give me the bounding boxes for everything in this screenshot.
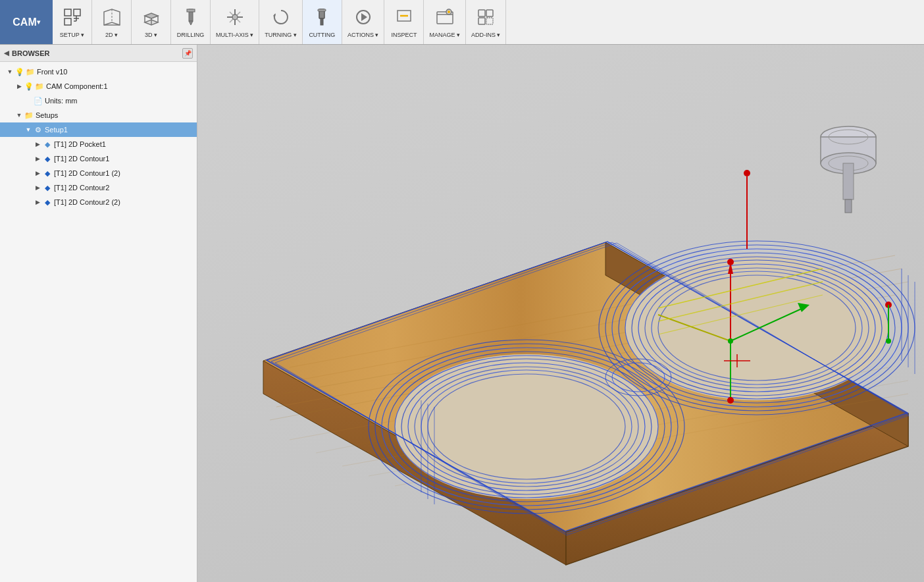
diamond-icon-c1: ◆ [42, 153, 53, 164]
svg-rect-5 [187, 9, 195, 12]
drilling-label: DRILLING [177, 32, 205, 38]
doc-icon: 📄 [33, 95, 43, 106]
3d-icon [141, 7, 162, 30]
tree-toggle-contour1[interactable]: ▶ [33, 155, 42, 162]
tree-item-setups[interactable]: ▼ 📁 Setups [0, 108, 197, 122]
3d-label: 3D [145, 32, 157, 38]
cam-menu-button[interactable]: CAM [0, 0, 53, 44]
toolbar-multiaxis[interactable]: MULTI-AXIS [211, 0, 259, 44]
bulb-icon: 💡 [14, 66, 25, 77]
tree-toggle-setups[interactable]: ▼ [14, 112, 24, 119]
svg-point-67 [727, 259, 734, 265]
browser-title-text: BROWSER [12, 49, 49, 57]
viewport[interactable] [197, 45, 924, 582]
multiaxis-label: MULTI-AXIS [216, 32, 253, 38]
svg-rect-91 [843, 163, 854, 199]
addins-icon [475, 7, 496, 30]
toolbar-inspect[interactable]: INSPECT [384, 0, 424, 44]
tree-item-contour2[interactable]: ▶ ◆ [T1] 2D Contour2 [0, 180, 197, 195]
tree-label-units: Units: mm [45, 97, 78, 105]
multiaxis-icon [224, 7, 245, 30]
svg-rect-17 [486, 10, 493, 16]
gear-icon: ⚙ [33, 124, 43, 135]
cutting-icon [311, 7, 332, 30]
tree-label-front: Front v10 [37, 68, 67, 76]
tree-toggle-contour2-2[interactable]: ▶ [33, 199, 42, 205]
browser-header: ◀ BROWSER 📌 [0, 45, 197, 62]
folder-icon: 📁 [25, 66, 36, 77]
toolbar-2d[interactable]: 2D [92, 0, 132, 44]
tree-item-pocket1[interactable]: ▶ ◆ [T1] 2D Pocket1 [0, 137, 197, 151]
tree-label-setups: Setups [36, 111, 58, 119]
svg-rect-10 [318, 9, 326, 11]
tree-item-contour1[interactable]: ▶ ◆ [T1] 2D Contour1 [0, 151, 197, 166]
svg-rect-1 [74, 9, 80, 16]
2d-label: 2D [105, 32, 118, 38]
svg-point-6 [232, 14, 238, 20]
svg-point-68 [727, 397, 734, 404]
canvas-area [197, 45, 924, 582]
svg-rect-0 [64, 9, 71, 16]
toolbar-manage[interactable]: MANAGE [424, 0, 466, 44]
toolbar-turning[interactable]: TURNING [259, 0, 303, 44]
inspect-icon [394, 7, 415, 30]
toolbar-setup[interactable]: SETUP [53, 0, 92, 44]
svg-point-69 [728, 338, 733, 344]
tree-label-pocket: [T1] 2D Pocket1 [54, 140, 106, 148]
svg-rect-19 [486, 18, 493, 24]
tree-toggle-front[interactable]: ▼ [5, 68, 14, 75]
toolbar-drilling[interactable]: DRILLING [171, 0, 211, 44]
bulb-icon-2: 💡 [24, 81, 34, 92]
tree-item-contour2-2[interactable]: ▶ ◆ [T1] 2D Contour2 (2) [0, 195, 197, 209]
tree-toggle-contour1-2[interactable]: ▶ [33, 170, 42, 176]
svg-rect-92 [845, 199, 852, 213]
tree-item-front[interactable]: ▼ 💡 📁 Front v10 [0, 65, 197, 79]
diamond-icon-c1-2: ◆ [42, 168, 53, 178]
tree-item-setup1[interactable]: ▼ ⚙ Setup1 [0, 122, 197, 137]
browser-collapse-icon[interactable]: ◀ [4, 49, 9, 57]
addins-label: ADD-INS [471, 32, 501, 38]
svg-point-71 [744, 170, 750, 176]
browser-tree: ▼ 💡 📁 Front v10 ▶ 💡 📁 CAM Component:1 📄 … [0, 62, 197, 582]
tree-label-cam: CAM Component:1 [46, 82, 108, 90]
tree-item-units[interactable]: 📄 Units: mm [0, 93, 197, 108]
browser-title: ◀ BROWSER [4, 49, 49, 57]
tree-label-contour2: [T1] 2D Contour2 [54, 184, 109, 192]
svg-rect-9 [321, 18, 323, 25]
cutting-label: CUTTING [309, 32, 335, 38]
browser-pin-button[interactable]: 📌 [182, 48, 193, 59]
manage-icon [434, 7, 455, 30]
tree-label-setup1: Setup1 [45, 126, 68, 134]
tree-item-cam-component[interactable]: ▶ 💡 📁 CAM Component:1 [0, 79, 197, 93]
tree-toggle-cam[interactable]: ▶ [14, 83, 24, 90]
svg-marker-4 [189, 21, 193, 25]
svg-marker-12 [361, 13, 367, 21]
browser-panel: ◀ BROWSER 📌 ▼ 💡 📁 Front v10 ▶ 💡 📁 CAM Co… [0, 45, 197, 582]
svg-point-74 [886, 338, 891, 344]
tree-label-contour1: [T1] 2D Contour1 [54, 155, 109, 163]
turning-label: TURNING [265, 32, 297, 38]
toolbar-cutting[interactable]: CUTTING [303, 0, 342, 44]
toolbar-actions[interactable]: ACTIONS [342, 0, 385, 44]
tree-item-contour1-2[interactable]: ▶ ◆ [T1] 2D Contour1 (2) [0, 166, 197, 180]
setups-folder-icon: 📁 [24, 110, 34, 120]
inspect-label: INSPECT [391, 32, 417, 38]
diamond-icon-c2: ◆ [42, 182, 53, 193]
svg-rect-18 [478, 18, 485, 24]
diamond-icon-pocket: ◆ [42, 139, 53, 149]
tree-toggle-contour2[interactable]: ▶ [33, 184, 42, 191]
toolbar-3d[interactable]: 3D [132, 0, 171, 44]
tree-toggle-pocket[interactable]: ▶ [33, 141, 42, 147]
folder-icon-2: 📁 [34, 81, 45, 92]
orientation-indicator[interactable] [812, 124, 885, 209]
tree-label-contour2-2: [T1] 2D Contour2 (2) [54, 198, 120, 206]
actions-icon [353, 7, 374, 30]
2d-icon [101, 7, 122, 30]
toolbar: CAM SETUP 2D 3D DRILLING MULTI-AXIS [0, 0, 924, 45]
drilling-icon [180, 7, 201, 30]
tree-toggle-setup1[interactable]: ▼ [24, 126, 33, 133]
actions-label: ACTIONS [347, 32, 379, 38]
toolbar-addins[interactable]: ADD-INS [466, 0, 507, 44]
manage-label: MANAGE [429, 32, 460, 38]
svg-point-15 [448, 11, 450, 13]
